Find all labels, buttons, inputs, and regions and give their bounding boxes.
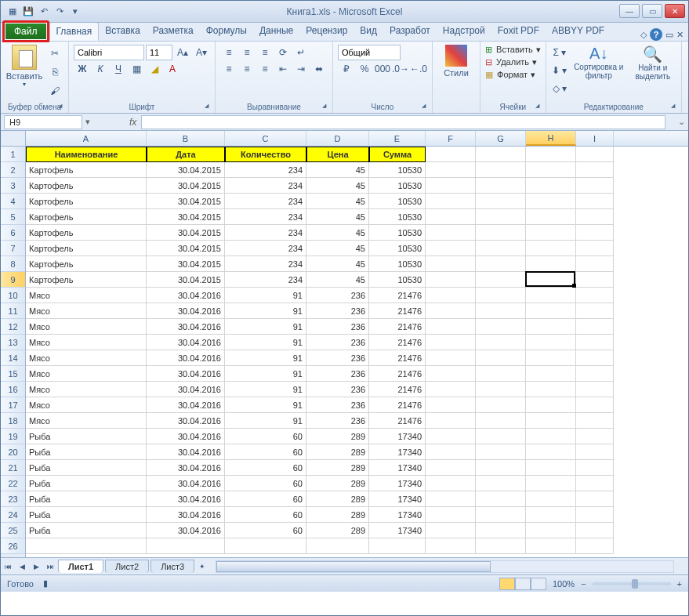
cell[interactable] (476, 397, 526, 413)
cell[interactable]: 10530 (369, 194, 426, 209)
row-header[interactable]: 18 (1, 413, 25, 429)
number-format-select[interactable] (338, 45, 401, 60)
cell[interactable]: 91 (225, 288, 306, 303)
underline-icon[interactable]: Ч (110, 61, 127, 77)
cell[interactable] (476, 460, 526, 476)
undo-icon[interactable]: ↶ (37, 5, 51, 19)
window-restore-icon[interactable]: ▭ (665, 30, 673, 40)
row-header[interactable]: 23 (1, 491, 25, 507)
row-header[interactable]: 6 (1, 225, 25, 241)
sheet-tab[interactable]: Лист1 (58, 560, 103, 573)
cell[interactable]: Мясо (26, 288, 147, 303)
cell[interactable] (26, 538, 147, 554)
cell[interactable]: 10530 (369, 256, 426, 272)
increase-decimal-icon[interactable]: .0→ (392, 61, 409, 77)
cell[interactable] (426, 178, 476, 194)
name-box-dropdown-icon[interactable]: ▾ (82, 117, 93, 127)
cell[interactable] (426, 476, 476, 491)
row-header[interactable]: 11 (1, 303, 25, 319)
cell[interactable] (426, 538, 476, 554)
clear-icon[interactable]: ◇ ▾ (551, 81, 568, 96)
cell[interactable] (476, 444, 526, 460)
minimize-button[interactable]: — (619, 4, 640, 18)
tab-вставка[interactable]: Вставка (99, 22, 147, 41)
cell[interactable] (476, 335, 526, 350)
cell[interactable] (576, 319, 614, 335)
cell[interactable] (526, 444, 576, 460)
cell[interactable]: Мясо (26, 397, 147, 413)
cell[interactable]: 234 (225, 162, 306, 178)
delete-cells-button[interactable]: ⊟ Удалить ▾ (485, 57, 537, 67)
cell[interactable] (576, 476, 614, 491)
minimize-ribbon-icon[interactable]: ◇ (640, 30, 647, 40)
decrease-indent-icon[interactable]: ⇤ (274, 61, 292, 77)
cell[interactable] (426, 272, 476, 288)
cell[interactable] (526, 429, 576, 444)
row-header[interactable]: 20 (1, 444, 25, 460)
cell[interactable]: 30.04.2016 (147, 288, 225, 303)
styles-button[interactable]: Стили (437, 45, 475, 78)
cell[interactable] (526, 225, 576, 241)
cell[interactable]: 30.04.2016 (147, 366, 225, 382)
cell[interactable]: 30.04.2016 (147, 319, 225, 335)
save-icon[interactable]: 💾 (21, 5, 35, 19)
tab-данные[interactable]: Данные (253, 22, 299, 41)
cell[interactable]: 17340 (369, 476, 426, 491)
cell[interactable] (476, 413, 526, 429)
cell[interactable]: Мясо (26, 335, 147, 350)
cell[interactable] (369, 538, 426, 554)
column-header[interactable]: I (576, 131, 614, 146)
macro-record-icon[interactable]: ▮ (43, 578, 48, 589)
cell[interactable] (526, 491, 576, 507)
cell[interactable] (426, 523, 476, 538)
cell[interactable] (526, 272, 576, 288)
workbook-close-icon[interactable]: ✕ (676, 30, 684, 40)
sort-filter-button[interactable]: A↓ Сортировка и фильтр (571, 45, 626, 80)
cell[interactable]: 30.04.2016 (147, 350, 225, 366)
cell[interactable]: 17340 (369, 507, 426, 523)
cell[interactable] (476, 162, 526, 178)
cell[interactable]: 10530 (369, 162, 426, 178)
increase-font-icon[interactable]: A▴ (174, 45, 191, 60)
cell[interactable] (576, 147, 614, 162)
cell[interactable] (426, 507, 476, 523)
cell[interactable] (476, 194, 526, 209)
cell[interactable]: 30.04.2015 (147, 194, 225, 209)
cell[interactable]: 236 (306, 288, 369, 303)
cell[interactable]: 10530 (369, 178, 426, 194)
cell[interactable]: 45 (306, 256, 369, 272)
cell[interactable]: 30.04.2016 (147, 460, 225, 476)
orientation-icon[interactable]: ⟳ (274, 45, 292, 60)
paste-button[interactable]: Вставить ▾ (5, 45, 43, 88)
cell[interactable]: 30.04.2016 (147, 397, 225, 413)
autosum-icon[interactable]: Σ ▾ (551, 45, 568, 60)
align-middle-icon[interactable]: ≡ (238, 45, 256, 60)
column-header[interactable]: H (526, 131, 576, 146)
cell[interactable] (426, 303, 476, 319)
cell[interactable] (576, 429, 614, 444)
cell[interactable] (426, 382, 476, 397)
italic-icon[interactable]: К (92, 61, 109, 77)
cell[interactable] (426, 413, 476, 429)
cell[interactable] (426, 225, 476, 241)
row-header[interactable]: 16 (1, 382, 25, 397)
cut-icon[interactable]: ✂ (46, 45, 63, 62)
cell[interactable]: Картофель (26, 272, 147, 288)
cell[interactable]: Дата (147, 147, 225, 162)
cell[interactable] (576, 382, 614, 397)
cell[interactable]: Рыба (26, 460, 147, 476)
cell[interactable] (526, 178, 576, 194)
cell[interactable]: 289 (306, 507, 369, 523)
column-header[interactable]: A (26, 131, 147, 146)
name-box[interactable]: H9 (4, 115, 82, 129)
cell[interactable] (576, 272, 614, 288)
cell[interactable] (526, 162, 576, 178)
format-painter-icon[interactable]: 🖌 (46, 82, 63, 100)
cell[interactable]: 45 (306, 272, 369, 288)
cell[interactable]: 21476 (369, 382, 426, 397)
cell[interactable]: 30.04.2016 (147, 476, 225, 491)
zoom-level[interactable]: 100% (553, 579, 575, 589)
cell[interactable] (526, 413, 576, 429)
cell[interactable]: 30.04.2015 (147, 225, 225, 241)
row-header[interactable]: 7 (1, 241, 25, 256)
